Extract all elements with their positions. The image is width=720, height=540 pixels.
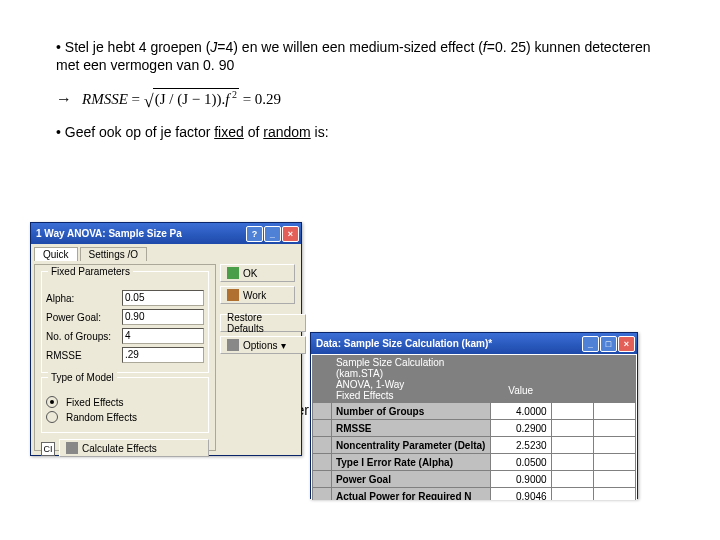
help-icon[interactable]: ? [246, 226, 263, 242]
data-window: Data: Sample Size Calculation (kam)* _ □… [310, 332, 638, 499]
value-column-header: Value [490, 379, 551, 403]
power-label: Power Goal: [46, 312, 118, 323]
work-button[interactable]: Work [220, 286, 295, 304]
fixed-params-legend: Fixed Parameters [48, 266, 133, 277]
results-caption-1: Sample Size Calculation (kam.STA) [336, 357, 486, 379]
anova-title: 1 Way ANOVA: Sample Size Pa [36, 228, 246, 239]
rmsse-label: RMSSE [46, 350, 118, 361]
table-row: Noncentrality Parameter (Delta)2.5230 [313, 437, 636, 454]
bullet-2: Geef ook op of je factor fixed of random… [56, 123, 672, 141]
groups-label: No. of Groups: [46, 331, 118, 342]
data-title: Data: Sample Size Calculation (kam)* [316, 338, 582, 349]
formula: → RMSSE = √(J / (J − 1)).f 2 = 0.29 [56, 88, 672, 109]
radio-icon [46, 411, 58, 423]
row-value: 0.2900 [490, 420, 551, 437]
arrow-icon: → [56, 90, 72, 108]
tab-quick[interactable]: Quick [34, 247, 78, 261]
minimize-icon[interactable]: _ [264, 226, 281, 242]
ok-button[interactable]: OK [220, 264, 295, 282]
restore-button[interactable]: Restore Defaults [220, 314, 306, 332]
anova-dialog: 1 Way ANOVA: Sample Size Pa ? _ × Quick … [30, 222, 302, 456]
table-row: Type I Error Rate (Alpha)0.0500 [313, 454, 636, 471]
alpha-input[interactable]: 0.05 [122, 290, 204, 306]
options-button[interactable]: Options ▾ [220, 336, 306, 354]
calc-icon [66, 442, 78, 454]
groups-input[interactable]: 4 [122, 328, 204, 344]
row-label: Noncentrality Parameter (Delta) [331, 437, 490, 454]
row-value: 4.0000 [490, 403, 551, 420]
row-value: 0.9000 [490, 471, 551, 488]
table-row: Actual Power for Required N0.9046 [313, 488, 636, 501]
power-input[interactable]: 0.90 [122, 309, 204, 325]
tab-settings[interactable]: Settings /O [80, 247, 147, 261]
data-titlebar[interactable]: Data: Sample Size Calculation (kam)* _ □… [311, 333, 637, 354]
close-icon[interactable]: × [618, 336, 635, 352]
radio-fixed[interactable]: Fixed Effects [46, 396, 204, 408]
alpha-label: Alpha: [46, 293, 118, 304]
bullet-1: Stel je hebt 4 groepen (J=4) en we wille… [56, 38, 672, 74]
results-caption-3: Fixed Effects [336, 390, 486, 401]
row-label: Actual Power for Required N [331, 488, 490, 501]
table-row: Number of Groups4.0000 [313, 403, 636, 420]
table-row: Power Goal0.9000 [313, 471, 636, 488]
anova-titlebar[interactable]: 1 Way ANOVA: Sample Size Pa ? _ × [31, 223, 301, 244]
minimize-icon[interactable]: _ [582, 336, 599, 352]
maximize-icon[interactable]: □ [600, 336, 617, 352]
radio-icon [46, 396, 58, 408]
table-row: RMSSE0.2900 [313, 420, 636, 437]
rmsse-input[interactable]: .29 [122, 347, 204, 363]
row-label: Power Goal [331, 471, 490, 488]
sqrt-icon: √ [144, 91, 154, 111]
options-icon [227, 339, 239, 351]
ok-icon [227, 267, 239, 279]
row-label: Type I Error Rate (Alpha) [331, 454, 490, 471]
model-legend: Type of Model [48, 372, 117, 383]
results-caption-2: ANOVA, 1-Way [336, 379, 486, 390]
calculate-button[interactable]: Calculate Effects [59, 439, 209, 457]
row-value: 0.0500 [490, 454, 551, 471]
row-value: 2.5230 [490, 437, 551, 454]
results-table: Sample Size Calculation (kam.STA) ANOVA,… [312, 355, 636, 500]
bullet-1-text: Stel je hebt 4 groepen ( [65, 39, 211, 55]
row-label: Number of Groups [331, 403, 490, 420]
radio-random[interactable]: Random Effects [46, 411, 204, 423]
work-icon [227, 289, 239, 301]
ci-icon: CI [41, 442, 55, 456]
close-icon[interactable]: × [282, 226, 299, 242]
row-label: RMSSE [331, 420, 490, 437]
row-value: 0.9046 [490, 488, 551, 501]
